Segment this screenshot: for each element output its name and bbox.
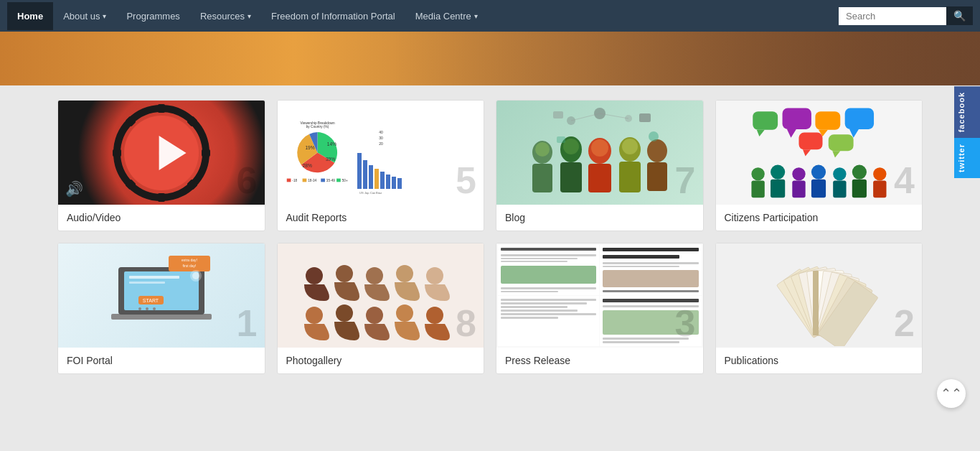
press-image-2: [603, 270, 698, 287]
svg-rect-32: [386, 175, 390, 189]
press-headline-3: [603, 255, 679, 259]
svg-text:first day!: first day!: [182, 264, 196, 268]
svg-text:39%: 39%: [325, 157, 334, 162]
audit-background: Viewership Breakdown by Country (%) 14%: [278, 101, 484, 205]
svg-marker-73: [833, 151, 841, 157]
press-line: [501, 317, 558, 319]
card-publications[interactable]: 2 Publications: [715, 243, 923, 374]
svg-rect-31: [380, 172, 385, 189]
search-button[interactable]: 🔍: [946, 6, 973, 25]
svg-point-76: [771, 164, 785, 179]
twitter-button[interactable]: twitter: [954, 138, 980, 178]
card-foi-portal[interactable]: START extra day! first day! 1: [57, 243, 265, 374]
nav-item-resources[interactable]: Resources ▾: [190, 2, 261, 30]
svg-point-74: [752, 167, 765, 180]
svg-rect-88: [111, 314, 212, 320]
nav-item-home[interactable]: Home: [7, 2, 53, 30]
nav-item-about[interactable]: About us ▾: [53, 2, 116, 30]
svg-point-103: [306, 267, 323, 284]
svg-point-95: [138, 307, 141, 310]
card-img-foi: START extra day! first day! 1: [58, 243, 265, 348]
nav-item-media[interactable]: Media Centre ▾: [405, 2, 488, 30]
main-content: 🔊 6 Audio/Video Viewership Breakdown by …: [0, 85, 980, 430]
svg-text:Can: Can: [370, 191, 375, 195]
svg-rect-20: [321, 179, 325, 182]
svg-rect-83: [833, 180, 846, 197]
navigation: Home About us ▾ Programmes Resources ▾ F…: [0, 0, 980, 32]
card-label-pub: Publications: [716, 348, 923, 373]
svg-rect-4: [202, 149, 210, 157]
card-blog[interactable]: 7 Blog: [496, 100, 704, 231]
card-audit-reports[interactable]: Viewership Breakdown by Country (%) 14%: [277, 100, 485, 231]
nav-item-foi[interactable]: Freedom of Information Portal: [261, 2, 405, 30]
press-headline-1: [501, 248, 596, 251]
card-photogallery[interactable]: 8 Photogallery: [277, 243, 485, 374]
press-line: [603, 266, 679, 268]
svg-point-80: [811, 164, 826, 179]
press-line: [501, 299, 596, 301]
card-img-photo: 8: [278, 243, 484, 348]
svg-rect-66: [816, 111, 841, 130]
press-line: [501, 291, 558, 292]
card-audio-video[interactable]: 🔊 6 Audio/Video: [57, 100, 265, 231]
svg-text:50+: 50+: [341, 179, 347, 182]
svg-rect-51: [588, 164, 611, 192]
card-citizens[interactable]: 4 Citizens Participation: [715, 100, 923, 231]
svg-rect-91: [129, 276, 179, 279]
svg-rect-58: [639, 113, 651, 122]
blog-background: [496, 101, 703, 205]
svg-rect-72: [829, 134, 854, 151]
nav-item-programmes[interactable]: Programmes: [116, 2, 189, 30]
svg-text:Jap: Jap: [364, 191, 369, 195]
svg-rect-27: [357, 153, 362, 189]
svg-text:14%: 14%: [326, 141, 336, 147]
press-cell-2: [600, 245, 701, 295]
svg-point-110: [366, 307, 383, 324]
speaker-icon: 🔊: [65, 180, 83, 197]
hero-overlay: [392, 32, 980, 85]
card-img-press: 3: [496, 243, 703, 348]
svg-rect-75: [752, 180, 765, 197]
av-background: 🔊: [58, 101, 265, 205]
svg-rect-29: [369, 165, 373, 189]
card-label-audit: Audit Reports: [278, 205, 484, 231]
svg-rect-22: [336, 179, 341, 182]
svg-text:START: START: [143, 298, 159, 303]
press-cell-1: [498, 245, 599, 295]
search-input[interactable]: [839, 7, 946, 25]
press-line: [603, 305, 698, 307]
svg-rect-68: [845, 108, 874, 129]
svg-rect-16: [286, 179, 291, 182]
svg-text:19%: 19%: [305, 145, 314, 150]
photo-background: [278, 243, 484, 348]
hero-banner: [0, 32, 980, 85]
svg-rect-1: [158, 104, 165, 113]
card-press-release[interactable]: 3 Press Release: [496, 243, 704, 374]
chevron-down-icon: ▾: [103, 12, 106, 20]
facebook-button[interactable]: facebook: [954, 86, 980, 138]
press-headline-2: [603, 248, 698, 251]
svg-rect-48: [560, 162, 582, 192]
chevron-up-icon: ⌃⌃: [941, 386, 962, 401]
svg-rect-64: [783, 108, 811, 129]
press-line: [501, 254, 596, 256]
press-line: [603, 262, 698, 264]
svg-text:extra day!: extra day!: [182, 258, 197, 262]
svg-rect-59: [553, 111, 563, 118]
svg-rect-79: [793, 180, 806, 197]
svg-point-106: [396, 265, 413, 282]
svg-point-107: [426, 267, 443, 284]
svg-point-82: [833, 167, 846, 180]
bar-chart: 40 30 20: [356, 106, 479, 199]
press-line: [501, 261, 567, 262]
press-headline-4: [603, 299, 698, 302]
svg-rect-61: [557, 136, 565, 143]
press-line: [501, 287, 596, 289]
svg-point-108: [306, 307, 323, 324]
foi-background: START extra day! first day!: [58, 243, 265, 348]
scroll-to-top-button[interactable]: ⌃⌃: [937, 379, 966, 408]
svg-point-56: [647, 139, 667, 162]
press-line: [501, 302, 587, 304]
card-label-photo: Photogallery: [278, 348, 484, 373]
svg-text:Braz: Braz: [376, 191, 382, 195]
